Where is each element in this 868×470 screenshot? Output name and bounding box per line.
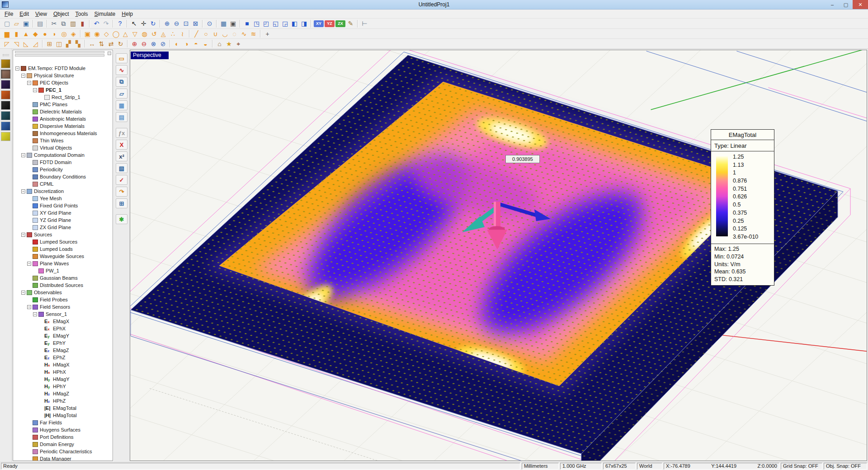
validate-check-button[interactable]: ✓ [116,175,127,185]
tree-item-rect-strip-1[interactable]: Rect_Strip_1 [13,94,113,101]
expander-icon[interactable]: − [21,153,25,157]
draw-ellipse-button[interactable]: ◯ [111,29,121,38]
draw-circle-curve-button[interactable]: ○ [201,29,211,38]
shade-bottom-button[interactable]: ◒ [201,39,210,48]
tree-item-lumped-sources[interactable]: Lumped Sources [13,238,113,245]
target-point-button[interactable]: ⌖ [234,39,243,48]
view-iso1-button[interactable]: ◳ [252,19,261,28]
tree-item-far-fields[interactable]: Far Fields [13,419,113,426]
tree-item-fdtd-domain[interactable]: FDTD Domain [13,159,113,166]
menu-tools[interactable]: Tools [72,10,91,18]
draw-pyramid-button[interactable]: ◬ [159,29,168,38]
calculator-button[interactable]: ⊞ [116,198,127,208]
draw-arc-l-button[interactable]: ◡ [220,29,230,38]
draw-cluster-button[interactable]: ∴ [168,29,178,38]
tree-item-zx-grid-plane[interactable]: ZX Grid Plane [13,224,113,231]
draw-cylinder-button[interactable]: ▮ [12,29,21,38]
mesh-view-button[interactable]: ▦ [116,100,127,110]
expander-icon[interactable]: − [33,88,37,92]
view-front-button[interactable]: ◱ [271,19,280,28]
zoom-in-button[interactable]: ⊕ [162,19,172,28]
menu-object[interactable]: Object [50,10,72,18]
draw-line-button[interactable]: ╱ [192,29,201,38]
new-file-button[interactable]: ▢ [2,19,12,28]
draw-trapezoid-button[interactable]: ▽ [130,29,140,38]
tree-item-lumped-loads[interactable]: Lumped Loads [13,245,113,253]
tf-corner2-button[interactable]: ◹ [12,39,21,48]
module-empicasso-button[interactable] [1,80,10,89]
favorite-button[interactable]: ★ [224,39,234,48]
sketch-mode-button[interactable]: ✎ [346,19,355,28]
tree-item-boundary-conditions[interactable]: Boundary Conditions [13,173,113,180]
draw-rect-button[interactable]: ▣ [83,29,92,38]
move-h-button[interactable]: ↔ [87,39,97,48]
tree-item-periodicity[interactable]: Periodicity [13,166,113,173]
view-right-button[interactable]: ◨ [299,19,309,28]
tree-item-dielectric-materials[interactable]: Dielectric Materials [13,108,113,115]
draw-cone-button[interactable]: ▲ [21,29,31,38]
draw-diamond-button[interactable]: ◇ [102,29,111,38]
hatch-a-button[interactable]: ▞ [64,39,73,48]
draw-spiral-curve-button[interactable]: ◌ [230,29,239,38]
module-emterrano-button[interactable] [1,90,10,99]
menu-edit[interactable]: Edit [16,10,32,18]
status-frequency[interactable]: 1.000 GHz [560,463,602,470]
move-v-button[interactable]: ⇅ [97,39,106,48]
expander-icon[interactable]: − [21,74,25,78]
draw-ellipsoid-button[interactable]: ◗ [50,29,59,38]
pan-button[interactable]: ✛ [139,19,148,28]
draw-torus-button[interactable]: ◎ [59,29,69,38]
draw-circle-solid-button[interactable]: ◉ [92,29,102,38]
tree-item-cpml[interactable]: CPML [13,180,113,188]
tree-item-sensor-1[interactable]: −Sensor_1 [13,310,113,318]
expander-icon[interactable]: − [27,81,31,85]
tree-item-huygens-surfaces[interactable]: Huygens Surfaces [13,426,113,433]
expander-icon[interactable]: − [15,66,19,70]
tree-item-field-sensors[interactable]: −Field Sensors [13,303,113,310]
bool-union-button[interactable]: ⊕ [130,39,139,48]
run-simulation-button[interactable]: ✱ [116,214,127,224]
tree-item-field-probes[interactable]: Field Probes [13,296,113,303]
tree-item-discretization[interactable]: −Discretization [13,188,113,195]
module-emtempo-button[interactable] [1,70,10,79]
paste-button[interactable]: ▥ [68,19,78,28]
module-emcube-button[interactable] [1,132,10,141]
tree-item-ephz[interactable]: EzEPhZ [13,354,113,361]
tree-item-pec-objects[interactable]: −PEC Objects [13,79,113,86]
draw-box-button[interactable]: ▆ [2,29,12,38]
measure-ruler-button[interactable]: ▭ [116,53,127,63]
shade-top-button[interactable]: ◓ [191,39,201,48]
select-pointer-button[interactable]: ↖ [129,19,139,28]
tf-corner3-button[interactable]: ◺ [21,39,31,48]
save-button[interactable]: ▣ [21,19,31,28]
material-list-button[interactable]: ⧉ [116,77,127,87]
tree-item-ephx[interactable]: ExEPhX [13,325,113,332]
tree-item-anisotropic-materials[interactable]: Anisotropic Materials [13,115,113,122]
print-button[interactable]: ▤ [35,19,45,28]
tree-item-hphy[interactable]: HyHPhY [13,383,113,390]
zoom-previous-button[interactable]: ⊙ [205,19,214,28]
tree-item-pmc-planes[interactable]: PMC Planes [13,101,113,108]
draw-zigzag-button[interactable]: ≋ [249,29,258,38]
tree-panel-button[interactable] [108,52,111,55]
plot-results-button[interactable]: ▧ [116,163,127,173]
expander-icon[interactable]: − [27,305,31,309]
tree-item-emagz[interactable]: EzEMagZ [13,347,113,354]
help-button[interactable]: ? [115,19,125,28]
tree-item-waveguide-sources[interactable]: Waveguide Sources [13,253,113,260]
zoom-window-button[interactable]: ⊡ [181,19,191,28]
draw-spiral-flat-button[interactable]: ↺ [149,29,159,38]
shade-left-button[interactable]: ◐ [172,39,182,48]
status-obj-snap[interactable]: Obj. Snap: OFF [824,463,867,470]
domain-box-button[interactable]: ▱ [116,89,127,99]
tree-item-hmagy[interactable]: HyHMagY [13,376,113,383]
status-coord-system[interactable]: World [637,463,662,470]
tree-item-hmagtotal[interactable]: |H|HMagTotal [13,412,113,419]
rotate-cw-button[interactable]: ↻ [116,39,125,48]
tree-item-emagtotal[interactable]: |E|EMagTotal [13,404,113,412]
function-fx-button[interactable]: ƒx [116,128,127,138]
orbit-rotate-button[interactable]: ↻ [148,19,158,28]
expander-icon[interactable]: − [33,312,37,316]
undo-button[interactable]: ↶ [92,19,101,28]
tree-item-distributed-sources[interactable]: Distributed Sources [13,282,113,289]
